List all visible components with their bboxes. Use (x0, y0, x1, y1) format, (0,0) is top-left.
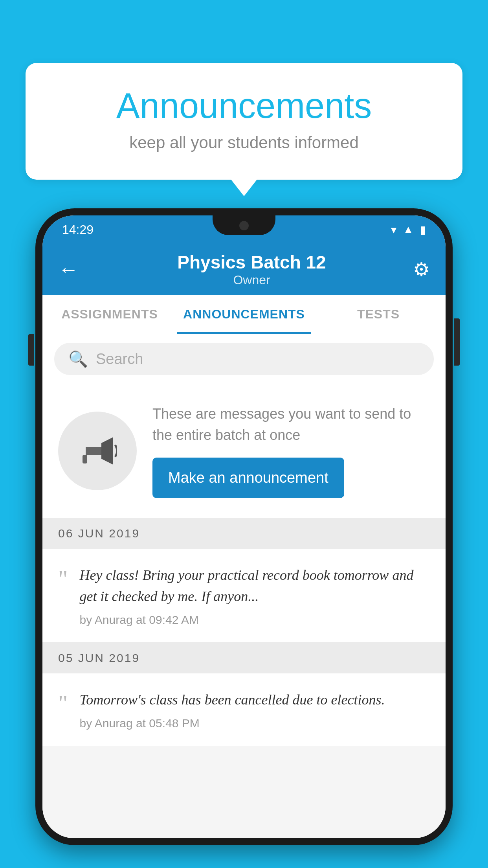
announcement-item-2[interactable]: " Tomorrow's class has been cancelled du… (42, 673, 446, 746)
announcement-text-2: Tomorrow's class has been cancelled due … (80, 689, 430, 730)
announce-right: These are messages you want to send to t… (152, 403, 430, 498)
svg-marker-1 (101, 437, 113, 465)
make-announcement-button[interactable]: Make an announcement (152, 458, 344, 498)
back-button[interactable]: ← (58, 257, 79, 281)
status-time: 14:29 (62, 223, 94, 237)
tab-assignments[interactable]: ASSIGNMENTS (42, 295, 177, 334)
search-icon: 🔍 (68, 350, 88, 368)
phone-wrapper: 14:29 ▾ ▲ ▮ ← Physics Batch 12 Owner ⚙ (35, 208, 453, 868)
announce-description: These are messages you want to send to t… (152, 403, 430, 446)
phone-inner: 14:29 ▾ ▲ ▮ ← Physics Batch 12 Owner ⚙ (42, 215, 446, 838)
notch (213, 215, 275, 235)
svg-rect-2 (83, 455, 87, 463)
tabs-bar: ASSIGNMENTS ANNOUNCEMENTS TESTS (42, 295, 446, 334)
announcement-meta-2: by Anurag at 05:48 PM (80, 717, 430, 730)
app-bar-title-group: Physics Batch 12 Owner (90, 252, 413, 287)
announcement-prompt: These are messages you want to send to t… (42, 384, 446, 518)
announcement-message-1: Hey class! Bring your practical record b… (80, 565, 430, 607)
bubble-subtitle: keep all your students informed (57, 133, 431, 152)
date-separator-2: 05 JUN 2019 (42, 643, 446, 673)
quote-icon-2: " (58, 691, 68, 715)
app-bar-title: Physics Batch 12 (90, 252, 413, 273)
tab-announcements[interactable]: ANNOUNCEMENTS (177, 295, 311, 334)
status-bar: 14:29 ▾ ▲ ▮ (42, 215, 446, 244)
announcement-meta-1: by Anurag at 09:42 AM (80, 613, 430, 627)
tab-tests[interactable]: TESTS (311, 295, 446, 334)
speech-bubble: Announcements keep all your students inf… (26, 63, 462, 180)
search-bar[interactable]: 🔍 Search (54, 343, 434, 375)
bubble-title: Announcements (57, 86, 431, 125)
search-container: 🔍 Search (42, 334, 446, 384)
announcement-message-2: Tomorrow's class has been cancelled due … (80, 689, 430, 710)
gear-icon[interactable]: ⚙ (413, 258, 430, 280)
announcement-icon-circle (58, 412, 137, 490)
speech-bubble-container: Announcements keep all your students inf… (26, 63, 462, 180)
svg-marker-0 (86, 447, 101, 455)
date-separator-1: 06 JUN 2019 (42, 518, 446, 549)
status-icons: ▾ ▲ ▮ (391, 223, 426, 236)
wifi-icon: ▾ (391, 223, 396, 236)
quote-icon-1: " (58, 567, 68, 590)
app-bar: ← Physics Batch 12 Owner ⚙ (42, 244, 446, 295)
content-area: 🔍 Search (42, 334, 446, 838)
announcement-item-1[interactable]: " Hey class! Bring your practical record… (42, 549, 446, 643)
app-bar-subtitle: Owner (90, 273, 413, 287)
notch-camera (239, 221, 249, 230)
announcement-text-1: Hey class! Bring your practical record b… (80, 565, 430, 627)
signal-icon: ▲ (403, 223, 414, 236)
battery-icon: ▮ (420, 223, 426, 236)
phone-outer: 14:29 ▾ ▲ ▮ ← Physics Batch 12 Owner ⚙ (35, 208, 453, 845)
search-placeholder: Search (96, 351, 143, 368)
phone-content: ← Physics Batch 12 Owner ⚙ ASSIGNMENTS A… (42, 244, 446, 838)
megaphone-icon (78, 431, 117, 471)
